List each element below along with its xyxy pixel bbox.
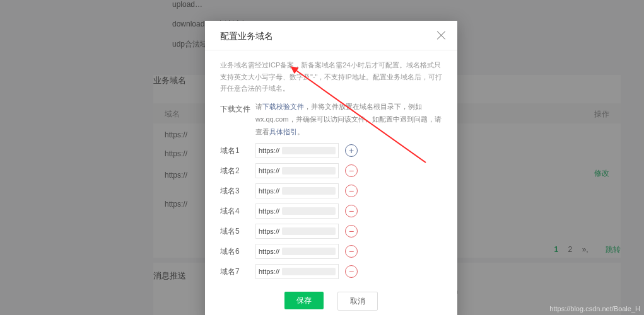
domain-row: 域名4https://− [205, 201, 457, 221]
domain-input[interactable]: https:// [255, 224, 339, 239]
domain-prefix: https:// [256, 227, 282, 235]
remove-domain-icon[interactable]: − [345, 225, 358, 238]
close-icon[interactable] [436, 30, 447, 41]
domain-prefix: https:// [256, 167, 282, 175]
domain-row: 域名2https://− [205, 161, 457, 181]
domain-value-blur [282, 227, 336, 235]
domain-input[interactable]: https:// [255, 244, 339, 259]
remove-domain-icon[interactable]: − [345, 265, 358, 278]
domain-label: 域名2 [220, 166, 255, 176]
download-label: 下载文件 [220, 101, 255, 115]
remove-domain-icon[interactable]: − [345, 164, 358, 177]
remove-domain-icon[interactable]: − [345, 185, 358, 197]
domain-value-blur [282, 207, 336, 215]
domain-label: 域名3 [220, 186, 255, 197]
domain-input[interactable]: https:// [255, 183, 339, 198]
domain-row: 域名5https://− [205, 221, 457, 241]
domain-prefix: https:// [256, 147, 282, 154]
domain-row: 域名3https://− [205, 181, 457, 201]
watermark: https://blog.csdn.net/Boale_H [549, 305, 640, 312]
domain-input[interactable]: https:// [255, 264, 339, 279]
modal-header: 配置业务域名 [205, 21, 457, 50]
add-domain-icon[interactable]: + [345, 144, 358, 157]
domain-row: 域名6https://− [205, 241, 457, 261]
download-body: 请下载校验文件，并将文件放置在域名根目录下，例如wx.qq.com，并确保可以访… [255, 101, 442, 138]
domain-value-blur [282, 187, 336, 195]
cancel-button[interactable]: 取消 [337, 292, 378, 311]
domain-label: 域名5 [220, 226, 255, 237]
download-row: 下载文件 请下载校验文件，并将文件放置在域名根目录下，例如wx.qq.com，并… [205, 98, 457, 140]
download-text: 请 [255, 103, 262, 110]
domain-prefix: https:// [256, 187, 282, 195]
domain-label: 域名6 [220, 246, 255, 257]
download-file-link[interactable]: 下载校验文件 [262, 103, 304, 110]
domain-prefix: https:// [256, 248, 282, 255]
domain-prefix: https:// [256, 268, 282, 275]
domain-label: 域名7 [220, 266, 255, 277]
domain-value-blur [282, 248, 336, 255]
save-button[interactable]: 保存 [284, 292, 324, 309]
guide-link[interactable]: 具体指引 [269, 128, 297, 135]
domain-prefix: https:// [256, 207, 282, 215]
domain-value-blur [282, 167, 336, 175]
domain-row: 域名7https://− [205, 261, 457, 282]
domain-value-blur [282, 268, 336, 275]
modal-tip: 业务域名需经过ICP备案，新备案域名需24小时后才可配置。域名格式只支持英文大小… [205, 50, 457, 98]
domain-label: 域名4 [220, 206, 255, 217]
domain-input[interactable]: https:// [255, 163, 339, 178]
domain-input[interactable]: https:// [255, 203, 339, 219]
domain-row: 域名1https://+ [205, 140, 457, 161]
domain-label: 域名1 [220, 146, 255, 156]
config-domain-modal: 配置业务域名 业务域名需经过ICP备案，新备案域名需24小时后才可配置。域名格式… [205, 21, 457, 315]
remove-domain-icon[interactable]: − [345, 205, 358, 217]
domain-input[interactable]: https:// [255, 143, 339, 158]
domain-value-blur [282, 147, 336, 154]
download-text: 。 [297, 128, 304, 135]
remove-domain-icon[interactable]: − [345, 245, 358, 258]
modal-title: 配置业务域名 [220, 31, 273, 41]
modal-actions: 保存 取消 [205, 282, 457, 315]
